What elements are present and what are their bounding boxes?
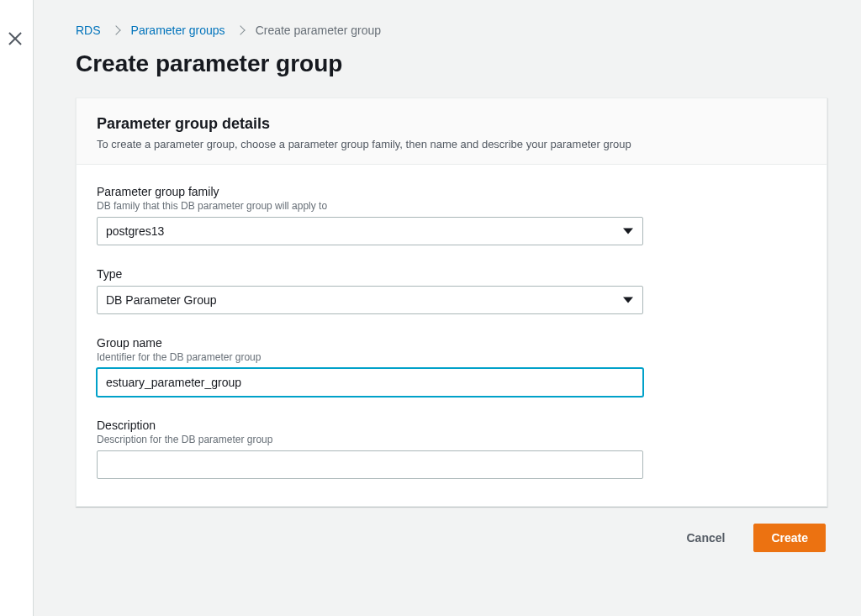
form-actions: Cancel Create xyxy=(76,524,827,552)
breadcrumb-link-rds[interactable]: RDS xyxy=(76,24,101,37)
family-label: Parameter group family xyxy=(97,185,643,198)
breadcrumb: RDS Parameter groups Create parameter gr… xyxy=(76,24,827,37)
description-input[interactable] xyxy=(97,450,643,479)
type-group: Type DB Parameter Group xyxy=(97,267,643,314)
left-rail xyxy=(0,0,34,616)
cancel-button[interactable]: Cancel xyxy=(669,524,742,552)
close-icon[interactable] xyxy=(7,30,24,47)
main-content: RDS Parameter groups Create parameter gr… xyxy=(34,0,861,586)
page-title: Create parameter group xyxy=(76,50,827,77)
family-group: Parameter group family DB family that th… xyxy=(97,185,643,245)
panel-header: Parameter group details To create a para… xyxy=(77,98,827,165)
panel-title: Parameter group details xyxy=(97,115,806,133)
create-button[interactable]: Create xyxy=(753,524,826,552)
description-hint: Description for the DB parameter group xyxy=(97,434,643,445)
name-label: Group name xyxy=(97,336,643,350)
breadcrumb-current: Create parameter group xyxy=(256,24,381,37)
family-select[interactable]: postgres13 xyxy=(97,217,643,245)
description-group: Description Description for the DB param… xyxy=(97,419,643,479)
panel-body: Parameter group family DB family that th… xyxy=(77,165,827,506)
details-panel: Parameter group details To create a para… xyxy=(76,97,827,507)
panel-subtitle: To create a parameter group, choose a pa… xyxy=(97,138,806,150)
description-label: Description xyxy=(97,419,643,432)
name-group: Group name Identifier for the DB paramet… xyxy=(97,336,643,397)
chevron-right-icon xyxy=(111,25,120,34)
name-input[interactable] xyxy=(97,368,643,397)
name-hint: Identifier for the DB parameter group xyxy=(97,351,643,363)
breadcrumb-link-parameter-groups[interactable]: Parameter groups xyxy=(131,24,225,37)
chevron-right-icon xyxy=(235,25,245,34)
type-select[interactable]: DB Parameter Group xyxy=(97,286,643,314)
type-label: Type xyxy=(97,267,643,281)
family-hint: DB family that this DB parameter group w… xyxy=(97,200,643,212)
